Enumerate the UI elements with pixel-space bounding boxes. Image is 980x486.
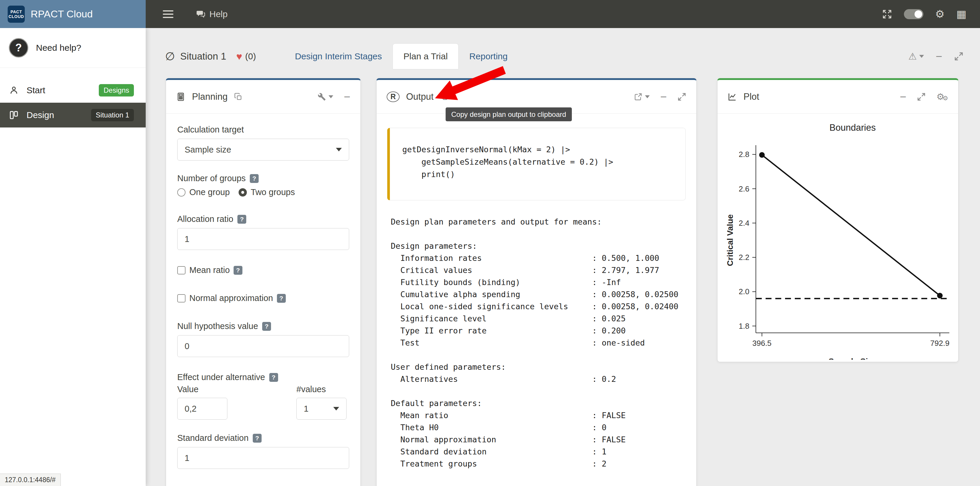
expand-output-icon[interactable] — [678, 92, 686, 101]
expand-plot-icon[interactable] — [917, 92, 926, 101]
help-badge-icon[interactable]: ? — [237, 215, 246, 224]
situation-badge: Situation 1 — [91, 109, 134, 121]
help-label: Help — [209, 9, 228, 19]
heart-icon: ♥ — [236, 51, 242, 62]
svg-text:396.5: 396.5 — [752, 339, 772, 347]
wrench-icon — [318, 92, 326, 101]
checkbox-icon — [177, 266, 186, 274]
collapse-plot-button[interactable]: − — [900, 91, 906, 102]
radio-icon — [177, 188, 186, 196]
caret-down-icon — [919, 55, 924, 58]
effect-columns: Value 0,2 #values 1 — [177, 384, 349, 420]
copy-planning-icon[interactable] — [234, 92, 242, 101]
view-tabs: Design Interim Stages Plan a Trial Repor… — [284, 43, 518, 69]
collapse-output-button[interactable]: − — [660, 91, 667, 102]
value-label: Value — [177, 384, 228, 394]
logo-text-top: PACT — [10, 10, 22, 14]
tab-plan-a-trial[interactable]: Plan a Trial — [393, 43, 458, 69]
collapse-planning-button[interactable]: − — [344, 91, 350, 102]
design-columns-icon — [9, 110, 19, 120]
help-badge-icon[interactable]: ? — [250, 174, 259, 183]
export-dropdown[interactable] — [634, 92, 650, 101]
main-content: ∅ Situation 1 ♥ (0) Design Interim Stage… — [146, 28, 980, 486]
plot-panel-title: Plot — [743, 91, 759, 102]
grid-apps-icon[interactable]: ▦ — [956, 9, 966, 19]
sidebar-item-design[interactable]: Design Situation 1 — [0, 103, 146, 127]
checkbox-icon — [177, 294, 186, 303]
help-badge-icon[interactable]: ? — [277, 294, 286, 303]
boundaries-chart: Boundaries1.82.02.22.42.62.8396.5792.9Cr… — [718, 114, 958, 360]
chevron-down-icon — [336, 148, 342, 151]
question-circle-icon: ? — [9, 38, 28, 57]
situation-title-group: ∅ Situation 1 — [165, 50, 226, 63]
fullscreen-icon[interactable] — [882, 9, 892, 19]
help-badge-icon[interactable]: ? — [253, 434, 262, 443]
browser-status-url: 127.0.0.1:4486/# — [0, 473, 61, 486]
logo-text-bottom: CLOUD — [8, 14, 24, 19]
svg-text:2.0: 2.0 — [739, 287, 749, 296]
normal-approximation-checkbox[interactable]: Normal approximation ? — [177, 293, 349, 303]
calculator-icon — [176, 92, 186, 102]
number-of-groups-label: Number of groups ? — [177, 174, 349, 183]
tab-design-interim-stages[interactable]: Design Interim Stages — [284, 43, 393, 69]
mean-ratio-checkbox[interactable]: Mean ratio ? — [177, 265, 349, 275]
effect-value-input[interactable]: 0,2 — [177, 398, 228, 420]
content-header: ∅ Situation 1 ♥ (0) Design Interim Stage… — [165, 42, 964, 70]
svg-text:2.6: 2.6 — [739, 185, 749, 193]
plot-panel-header: Plot − ⚙⚙ — [718, 80, 958, 114]
calculation-target-label: Calculation target — [177, 125, 349, 135]
favorites-counter[interactable]: ♥ (0) — [236, 51, 256, 62]
sidebar-item-start[interactable]: Start Designs — [0, 78, 146, 103]
dark-mode-toggle[interactable] — [904, 9, 923, 19]
export-icon — [634, 92, 642, 101]
empty-set-icon: ∅ — [165, 50, 175, 63]
rpact-logo: PACT CLOUD — [8, 6, 25, 23]
situation-title: Situation 1 — [180, 51, 226, 62]
app-brand: PACT CLOUD RPACT Cloud — [0, 0, 146, 28]
sidebar-item-label: Start — [27, 85, 45, 95]
radio-checked-icon — [239, 188, 247, 196]
caret-down-icon — [645, 95, 650, 98]
output-panel: R Output − getDesignInverseNormal(kMax = — [376, 78, 697, 486]
radio-two-groups[interactable]: Two groups — [239, 187, 295, 197]
allocation-ratio-input[interactable]: 1 — [177, 228, 349, 250]
design-plan-output: Design plan parameters and output for me… — [387, 216, 686, 470]
warning-icon: ⚠ — [908, 51, 917, 62]
nvalues-label: #values — [296, 384, 347, 394]
help-badge-icon[interactable]: ? — [234, 266, 242, 275]
svg-text:1.8: 1.8 — [739, 322, 749, 330]
effect-under-alternative-label: Effect under alternative ? — [177, 372, 349, 382]
standard-deviation-input[interactable]: 1 — [177, 447, 349, 469]
svg-text:792.9: 792.9 — [930, 339, 949, 347]
copy-tooltip: Copy design plan output to clipboard — [445, 107, 572, 121]
sidebar-item-label: Design — [27, 110, 54, 120]
gear-icon[interactable]: ⚙ — [935, 9, 945, 19]
svg-text:2.8: 2.8 — [739, 150, 749, 159]
help-button[interactable]: Help — [196, 9, 228, 19]
need-help-item[interactable]: ? Need help? — [0, 28, 146, 68]
topbar-right-icons: ⚙ ▦ — [882, 9, 966, 19]
settings-wrench-dropdown[interactable] — [318, 92, 333, 101]
chat-icon — [196, 10, 205, 19]
null-hypothesis-input[interactable]: 0 — [177, 335, 349, 357]
collapse-all-button[interactable]: − — [936, 51, 942, 62]
topbar: Help ⚙ ▦ — [146, 0, 980, 28]
warnings-dropdown[interactable]: ⚠ — [908, 51, 924, 62]
radio-one-group[interactable]: One group — [177, 187, 230, 197]
svg-text:Sample Size: Sample Size — [829, 357, 877, 360]
plot-settings-gears-icon[interactable]: ⚙⚙ — [936, 92, 948, 101]
header-right-icons: ⚠ − — [908, 51, 964, 62]
designs-badge: Designs — [99, 84, 134, 97]
planning-panel: Planning − Calculation target Sample siz… — [166, 78, 361, 486]
copy-output-icon[interactable] — [440, 92, 448, 101]
help-badge-icon[interactable]: ? — [269, 373, 278, 382]
hamburger-menu-icon[interactable] — [163, 10, 173, 18]
nvalues-select[interactable]: 1 — [296, 398, 347, 420]
top-row: PACT CLOUD RPACT Cloud Help ⚙ ▦ — [0, 0, 980, 28]
expand-icon[interactable] — [954, 52, 964, 61]
plot-panel: Plot − ⚙⚙ Boundaries1.82.02.22.42.62.839… — [717, 78, 958, 362]
help-badge-icon[interactable]: ? — [262, 322, 271, 331]
calculation-target-select[interactable]: Sample size — [177, 139, 349, 161]
tab-reporting[interactable]: Reporting — [458, 43, 518, 69]
groups-radio-group: One group Two groups — [177, 187, 349, 197]
